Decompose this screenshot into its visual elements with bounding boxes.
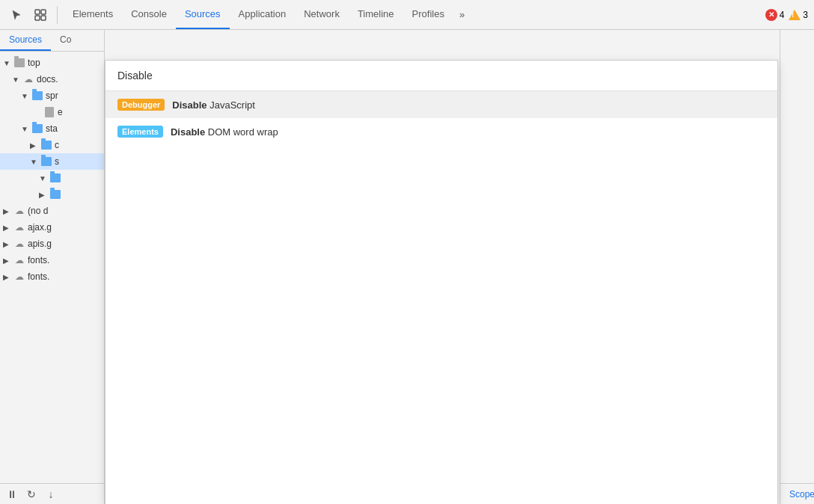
collapse-arrow: ▼	[3, 59, 13, 67]
file-icon	[43, 106, 55, 118]
list-item[interactable]: ▼	[0, 170, 104, 186]
list-item[interactable]: ▶ ☁ fonts.	[0, 268, 104, 285]
tree-item-label: e	[58, 107, 63, 117]
cursor-icon[interactable]	[6, 4, 27, 25]
dropdown-search-text: Disable	[105, 61, 777, 91]
list-item[interactable]: ▶ ☁ apis.g	[0, 236, 104, 252]
expand-arrow: ▶	[3, 256, 13, 265]
command-dropdown: Disable Debugger Disable JavaScript Elem…	[105, 60, 778, 504]
cloud-icon: ☁	[13, 238, 25, 250]
list-item[interactable]: ▶ c	[0, 137, 104, 153]
tab-sources[interactable]: Sources	[176, 0, 230, 29]
expand-arrow: ▶	[3, 224, 13, 232]
cloud-icon: ☁	[13, 221, 25, 233]
scope-tab[interactable]: Scope	[789, 489, 814, 500]
toolbar-tabs: Elements Console Sources Application Net…	[64, 0, 762, 29]
folder-icon	[49, 172, 61, 184]
tree-item-label: docs.	[37, 74, 58, 84]
collapse-arrow: ▼	[12, 76, 22, 84]
svg-rect-3	[41, 16, 46, 20]
warning-count-badge: 3	[789, 10, 808, 20]
sidebar-tab-co[interactable]: Co	[51, 30, 80, 51]
expand-arrow: ▶	[3, 273, 13, 281]
error-icon: ✕	[765, 9, 777, 21]
expand-arrow: ▶	[30, 141, 40, 150]
pause-icon[interactable]: ⏸	[4, 487, 19, 502]
expand-arrow: ▶	[39, 191, 49, 199]
list-item[interactable]: ▼ ☁ docs.	[0, 71, 104, 87]
folder-icon	[40, 156, 52, 168]
tree-item-label: s	[55, 156, 59, 167]
collapse-arrow: ▼	[21, 92, 31, 100]
tree-item-label: (no d	[28, 206, 48, 216]
tab-profiles[interactable]: Profiles	[403, 0, 453, 29]
folder-icon	[31, 90, 43, 102]
toolbar-divider	[57, 6, 58, 24]
tree-item-label: fonts.	[28, 255, 49, 265]
folder-icon	[40, 139, 52, 151]
list-item[interactable]: ▶ e	[0, 104, 104, 120]
list-item[interactable]: ▶ ☁ (no d	[0, 203, 104, 219]
tree-item-label: top	[28, 58, 40, 68]
list-item[interactable]: ▶ ☁ ajax.g	[0, 219, 104, 236]
devtools-toolbar: Elements Console Sources Application Net…	[0, 0, 814, 30]
expand-arrow: ▶	[3, 207, 13, 215]
step-icon[interactable]: ↓	[43, 487, 58, 502]
list-item[interactable]: ▼ s	[0, 153, 104, 170]
dropdown-item-debugger[interactable]: Debugger Disable JavaScript	[105, 91, 777, 118]
warning-count: 3	[803, 10, 808, 20]
error-count-badge: ✕ 4	[765, 9, 785, 21]
devtools-main: Sources Co ▼ top ▼ ☁ docs.	[0, 30, 814, 504]
tab-network[interactable]: Network	[295, 0, 349, 29]
dropdown-item-text-elements: Disable DOM word wrap	[171, 126, 278, 138]
list-item[interactable]: ▼ top	[0, 55, 104, 71]
sidebar-tab-sources[interactable]: Sources	[0, 30, 51, 51]
overflow-button[interactable]: »	[453, 0, 471, 29]
cloud-icon: ☁	[13, 205, 25, 217]
inspector-icon[interactable]	[30, 4, 51, 25]
svg-rect-2	[35, 16, 40, 20]
svg-rect-0	[35, 10, 40, 14]
tab-console[interactable]: Console	[122, 0, 176, 29]
tree-item-label: sta	[46, 123, 58, 134]
file-tree: ▼ top ▼ ☁ docs. ▼	[0, 52, 104, 483]
list-item[interactable]: ▶ ☁ fonts.	[0, 252, 104, 268]
tree-item-label: fonts.	[28, 271, 49, 282]
cloud-icon: ☁	[13, 271, 25, 283]
dropdown-item-elements[interactable]: Elements Disable DOM word wrap	[105, 118, 777, 145]
collapse-arrow: ▼	[39, 174, 49, 182]
resume-icon[interactable]: ↻	[24, 487, 39, 502]
tab-timeline[interactable]: Timeline	[349, 0, 403, 29]
tab-application[interactable]: Application	[230, 0, 296, 29]
list-item[interactable]: ▼ spr	[0, 87, 104, 104]
tree-item-label: c	[55, 140, 59, 150]
sidebar-bottom-toolbar: ⏸ ↻ ↓	[0, 483, 104, 504]
svg-rect-1	[41, 10, 46, 14]
warning-icon	[789, 10, 801, 20]
tab-elements[interactable]: Elements	[64, 0, 122, 29]
list-item[interactable]: ▶	[0, 186, 104, 203]
expand-arrow: ▶	[3, 240, 13, 248]
folder-icon	[13, 57, 25, 69]
cloud-icon: ☁	[22, 73, 34, 85]
dropdown-item-text-debugger: Disable JavaScript	[172, 99, 255, 111]
folder-icon	[49, 188, 61, 200]
error-count: 4	[780, 10, 785, 20]
folder-icon	[31, 123, 43, 135]
tree-item-label: ajax.g	[28, 222, 52, 233]
collapse-arrow: ▼	[30, 158, 40, 166]
tree-item-label: spr	[46, 90, 58, 101]
elements-tag: Elements	[117, 126, 163, 138]
debugger-tag: Debugger	[117, 99, 165, 111]
right-panel: Scope Watch	[780, 30, 814, 504]
cloud-icon: ☁	[13, 254, 25, 266]
collapse-arrow: ▼	[21, 125, 31, 133]
sidebar: Sources Co ▼ top ▼ ☁ docs.	[0, 30, 105, 504]
toolbar-errors: ✕ 4 3	[765, 9, 808, 21]
tree-item-label: apis.g	[28, 239, 52, 249]
sidebar-tabs: Sources Co	[0, 30, 104, 52]
list-item[interactable]: ▼ sta	[0, 120, 104, 137]
